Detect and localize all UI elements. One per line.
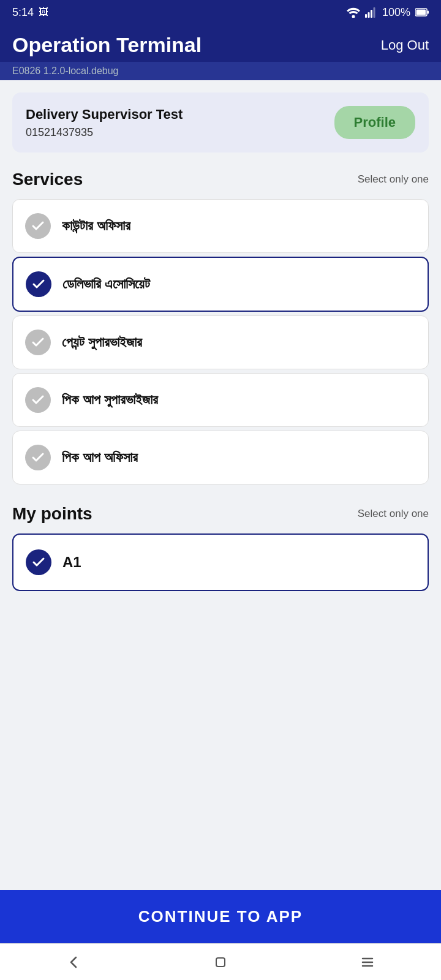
back-button[interactable]: [65, 954, 82, 971]
svg-point-0: [352, 15, 355, 18]
service-label-payment-supervisor: পেযন্ট সুপারভাইজার: [62, 334, 142, 350]
signal-icon: [365, 7, 377, 18]
points-section: My points Select only one A1: [12, 504, 429, 591]
profile-phone: 01521437935: [26, 126, 183, 139]
battery-percent: 100%: [382, 6, 410, 19]
services-hint: Select only one: [358, 173, 429, 186]
check-icon: [31, 555, 46, 570]
points-hint: Select only one: [358, 508, 429, 520]
service-item-payment-supervisor[interactable]: পেযন্ট সুপারভাইজার: [12, 315, 429, 369]
services-title: Services: [12, 170, 83, 189]
service-label-counter-officer: কাউন্টার অফিসার: [62, 218, 130, 234]
service-item-pickup-officer[interactable]: পিক আপ অফিসার: [12, 431, 429, 484]
check-icon: [31, 219, 45, 233]
check-circle-pickup-supervisor: [25, 387, 51, 413]
photo-icon: 🖼: [39, 7, 48, 18]
app-header: Operation Terminal Log Out: [0, 24, 441, 62]
check-icon: [31, 393, 45, 407]
check-icon: [31, 335, 45, 350]
version-bar: E0826 1.2.0-local.debug: [0, 62, 441, 80]
services-section-header: Services Select only one: [12, 170, 429, 189]
continue-button[interactable]: CONTINUE TO APP: [0, 890, 441, 943]
home-button[interactable]: [212, 954, 229, 971]
svg-rect-6: [417, 10, 426, 15]
wifi-icon: [347, 7, 360, 18]
check-icon: [31, 450, 45, 465]
check-circle-a1: [26, 549, 51, 575]
back-icon: [65, 954, 82, 971]
status-icons-area: 100%: [347, 6, 429, 19]
status-bar: 5:14 🖼 100%: [0, 0, 441, 24]
points-item-a1[interactable]: A1: [12, 533, 429, 591]
battery-icon: [415, 8, 429, 17]
svg-rect-2: [368, 12, 369, 18]
service-label-pickup-supervisor: পিক আপ সুপারভাইজার: [62, 392, 158, 408]
bottom-nav: [0, 943, 441, 980]
main-content: Delivery Supervisor Test 01521437935 Pro…: [0, 80, 441, 662]
svg-rect-1: [365, 14, 367, 18]
profile-name: Delivery Supervisor Test: [26, 107, 183, 123]
recents-icon: [359, 954, 376, 971]
svg-rect-7: [428, 11, 429, 14]
profile-card: Delivery Supervisor Test 01521437935 Pro…: [12, 92, 429, 153]
service-item-pickup-supervisor[interactable]: পিক আপ সুপারভাইজার: [12, 373, 429, 427]
service-label-delivery-associate: ডেলিভারি এসোসিয়েট: [62, 276, 150, 292]
status-time-area: 5:14 🖼: [12, 6, 48, 19]
service-label-pickup-officer: পিক আপ অফিসার: [62, 450, 138, 466]
home-icon: [212, 954, 229, 971]
svg-rect-3: [371, 10, 372, 18]
profile-button[interactable]: Profile: [334, 106, 415, 139]
service-item-counter-officer[interactable]: কাউন্টার অফিসার: [12, 199, 429, 253]
logout-button[interactable]: Log Out: [381, 37, 429, 53]
check-circle-delivery-associate: [26, 271, 51, 297]
check-circle-payment-supervisor: [25, 330, 51, 355]
service-item-delivery-associate[interactable]: ডেলিভারি এসোসিয়েট: [12, 257, 429, 312]
status-time: 5:14: [12, 6, 34, 19]
recents-button[interactable]: [359, 954, 376, 971]
points-title: My points: [12, 504, 92, 524]
services-list: কাউন্টার অফিসার ডেলিভারি এসোসিয়েট পেযন্…: [12, 199, 429, 487]
check-circle-counter-officer: [25, 213, 51, 239]
version-text: E0826 1.2.0-local.debug: [12, 66, 118, 76]
check-circle-pickup-officer: [25, 445, 51, 470]
points-section-header: My points Select only one: [12, 504, 429, 524]
profile-info: Delivery Supervisor Test 01521437935: [26, 107, 183, 139]
check-icon: [31, 277, 46, 292]
svg-rect-4: [373, 7, 375, 18]
svg-rect-8: [216, 958, 225, 967]
continue-button-wrap: CONTINUE TO APP: [0, 890, 441, 943]
points-label-a1: A1: [62, 554, 81, 571]
app-title: Operation Terminal: [12, 33, 202, 57]
